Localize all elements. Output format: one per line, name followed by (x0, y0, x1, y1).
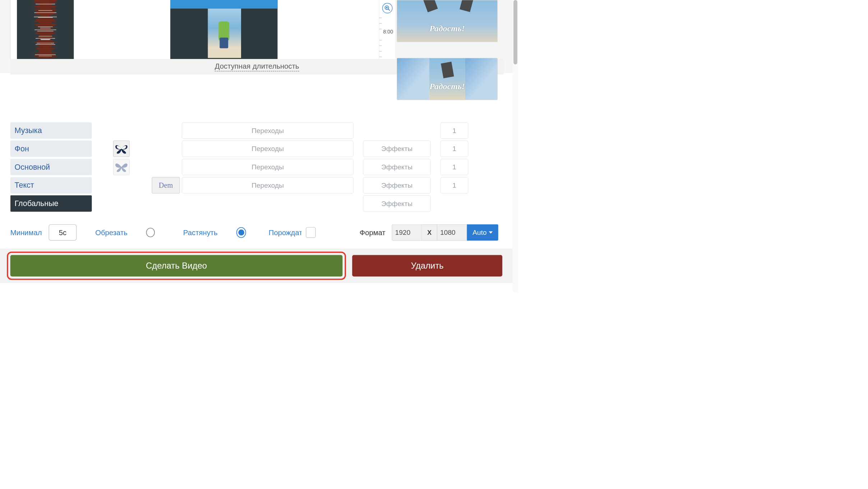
clip-title-bar (170, 0, 278, 9)
preview-thumb-1-text: Радость! (397, 23, 497, 33)
effects-button-background[interactable]: Эффекты (363, 141, 431, 157)
controls-row: Минимальная Обрезать Растянуть Порождать… (10, 224, 498, 241)
background-thumbnail[interactable] (113, 141, 129, 157)
layers-table: Музыка Переходы 1 Фон Переходы Эффекты 1… (10, 122, 498, 214)
svg-line-3 (388, 9, 389, 10)
auto-dropdown[interactable]: Auto (467, 224, 498, 241)
layer-text-label[interactable]: Текст (10, 177, 92, 193)
layer-row-background: Фон Переходы Эффекты 1 (10, 141, 498, 157)
stretch-label: Растянуть (183, 228, 218, 237)
delete-button[interactable]: Удалить (352, 255, 502, 277)
zoom-in-button[interactable] (382, 3, 393, 13)
video-clip[interactable] (170, 0, 278, 59)
effects-button-global[interactable]: Эффекты (363, 195, 431, 211)
layer-row-main: Основной Переходы Эффекты 1 (10, 159, 498, 175)
timeline[interactable] (10, 0, 379, 59)
preview-pane: Радость! Радость! (397, 0, 498, 117)
text-thumbnail[interactable]: Dem (152, 177, 180, 193)
crop-radio[interactable] (146, 228, 155, 237)
wait-label: Порождать (269, 228, 302, 237)
transitions-button-text[interactable]: Переходы (182, 177, 354, 193)
effects-button-text[interactable]: Эффекты (363, 177, 431, 193)
time-ruler: 8:00 10:00 (379, 0, 395, 67)
butterfly-icon (115, 143, 128, 154)
auto-label: Auto (472, 229, 486, 237)
transitions-button-main[interactable]: Переходы (182, 159, 354, 175)
make-video-button[interactable]: Сделать Видео (10, 255, 343, 277)
preview-thumb-2-text: Радость! (397, 81, 497, 91)
format-group: X Auto (392, 224, 498, 241)
layer-music-label[interactable]: Музыка (10, 122, 92, 138)
effects-button-main[interactable]: Эффекты (363, 159, 431, 175)
scrollbar[interactable] (513, 0, 518, 292)
wait-checkbox[interactable] (306, 227, 315, 238)
count-background[interactable]: 1 (440, 141, 468, 157)
bottom-bar: Сделать Видео Удалить (0, 248, 513, 283)
format-label: Формат (360, 228, 385, 237)
minimal-input[interactable] (49, 224, 77, 241)
count-music[interactable]: 1 (440, 122, 468, 138)
count-main[interactable]: 1 (440, 159, 468, 175)
layer-background-label[interactable]: Фон (10, 141, 92, 157)
main-thumbnail[interactable] (113, 159, 129, 175)
transitions-button-music[interactable]: Переходы (182, 122, 354, 138)
clip-thumbnail (208, 9, 241, 58)
transitions-button-background[interactable]: Переходы (182, 141, 354, 157)
format-height-input[interactable] (437, 224, 467, 241)
layer-main-label[interactable]: Основной (10, 159, 92, 175)
format-width-input[interactable] (392, 224, 422, 241)
available-duration-link[interactable]: Доступная длительность (215, 62, 299, 72)
zoom-in-icon (384, 5, 391, 12)
minimal-label: Минимальная (10, 228, 42, 237)
preview-thumb-2[interactable]: Радость! (397, 58, 498, 100)
scrollbar-thumb[interactable] (513, 0, 517, 64)
waveform-icon (29, 0, 62, 59)
count-text[interactable]: 1 (440, 177, 468, 193)
layer-row-text: Текст Dem Переходы Эффекты 1 (10, 177, 498, 193)
audio-clip[interactable] (17, 0, 74, 59)
crop-label: Обрезать (95, 228, 128, 237)
chevron-down-icon (489, 232, 493, 234)
layer-row-global: Глобальные Эффекты (10, 195, 498, 211)
preview-thumb-1[interactable]: Радость! (397, 0, 498, 42)
butterfly-icon (115, 162, 128, 173)
format-x-label: X (422, 224, 437, 241)
layer-row-music: Музыка Переходы 1 (10, 122, 498, 138)
stretch-radio[interactable] (236, 227, 246, 238)
time-tick-800: 8:00 (383, 29, 393, 35)
editor-top: 8:00 10:00 Доступная длительность Радост… (0, 0, 518, 73)
layer-global-label[interactable]: Глобальные (10, 195, 92, 211)
